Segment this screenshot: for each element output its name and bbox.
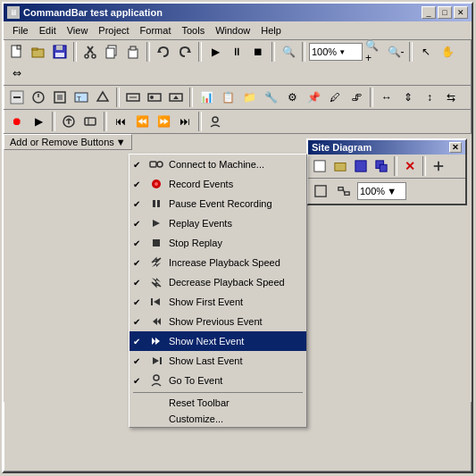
svg-marker-46 <box>152 263 161 267</box>
svg-rect-14 <box>130 46 136 50</box>
site-open-btn[interactable] <box>330 156 350 176</box>
tb2-btn1[interactable] <box>7 88 27 107</box>
menu-item-increase[interactable]: ✔ Increase Playback Speed <box>129 253 306 272</box>
undo-button[interactable] <box>154 42 173 62</box>
menu-item-first[interactable]: ✔ Show First Event <box>129 292 306 312</box>
menu-window[interactable]: Window <box>210 23 255 38</box>
save-button[interactable] <box>50 42 70 62</box>
site-panel-close[interactable]: ✕ <box>449 142 462 153</box>
site-props-btn[interactable] <box>429 156 448 176</box>
tb2-more7[interactable]: 🖊 <box>325 88 345 107</box>
tb2-more4[interactable]: 🔧 <box>261 88 280 107</box>
expand-button[interactable]: ⇔ <box>7 63 27 83</box>
zoom-value: 100% <box>312 46 337 57</box>
tb2-more6[interactable]: 📌 <box>304 88 323 107</box>
menu-item-goto[interactable]: ✔ Go To Event <box>129 371 306 390</box>
first-event-btn[interactable]: ⏮ <box>111 112 130 131</box>
tb2-more5[interactable]: ⚙ <box>282 88 302 107</box>
menu-item-decrease[interactable]: ✔ Decrease Playback Speed <box>129 272 306 292</box>
play-button[interactable]: ▶ <box>205 42 225 62</box>
menu-item-reset[interactable]: Reset Toolbar <box>129 395 306 411</box>
cut-button[interactable] <box>80 42 100 62</box>
tb2-type2[interactable]: ⇕ <box>398 88 418 107</box>
site-new-btn[interactable] <box>310 156 330 176</box>
menu-item-last[interactable]: ✔ Show Last Event <box>129 351 306 371</box>
svg-marker-43 <box>153 220 160 227</box>
site-zoom-dropdown[interactable]: 100% ▼ <box>357 182 406 200</box>
cursor-button[interactable]: ↖ <box>416 42 436 62</box>
tb2-btn4[interactable]: T <box>71 88 91 107</box>
icon-next <box>147 334 165 348</box>
tb2-more8[interactable]: 🖇 <box>347 88 366 107</box>
pause-button[interactable]: ⏸ <box>227 42 246 62</box>
menu-file[interactable]: File <box>7 23 34 38</box>
zoom-in-button[interactable]: 🔍+ <box>364 42 384 62</box>
check-previous: ✔ <box>133 317 147 327</box>
site-del-btn[interactable]: ✕ <box>400 156 420 176</box>
copy-button[interactable] <box>102 42 121 62</box>
tb2-btn8[interactable] <box>166 88 186 107</box>
menu-help[interactable]: Help <box>255 23 287 38</box>
last-event-btn[interactable]: ⏭ <box>175 112 195 131</box>
playback-ctrl1[interactable] <box>59 112 79 131</box>
menu-project[interactable]: Project <box>93 23 134 38</box>
tb2-btn3[interactable] <box>50 88 70 107</box>
tb2-more3[interactable]: 📁 <box>239 88 259 107</box>
tb2-type3[interactable]: ↕ <box>420 88 439 107</box>
maximize-button[interactable]: □ <box>438 6 452 19</box>
svg-rect-33 <box>85 118 96 125</box>
site-save-btn[interactable] <box>351 156 371 176</box>
tb2-btn5[interactable] <box>93 88 113 107</box>
menu-format[interactable]: Format <box>135 23 177 38</box>
stop-button[interactable]: ⏹ <box>248 42 268 62</box>
goto-btn[interactable] <box>205 112 225 131</box>
check-record: ✔ <box>133 180 147 189</box>
svg-marker-52 <box>152 338 160 345</box>
site-link-btn[interactable] <box>334 181 354 201</box>
menu-item-record[interactable]: ✔ Record Events <box>129 174 306 194</box>
minimize-button[interactable]: _ <box>422 6 436 19</box>
add-remove-button[interactable]: Add or Remove Buttons ▼ <box>4 134 132 150</box>
menu-item-replay[interactable]: ✔ Replay Events <box>129 213 306 233</box>
check-stop: ✔ <box>133 238 147 248</box>
tb2-more2[interactable]: 📋 <box>218 88 238 107</box>
tb2-btn2[interactable] <box>29 88 48 107</box>
toolbar-separator-3 <box>198 42 202 62</box>
tb2-type1[interactable]: ↔ <box>377 88 397 107</box>
menu-view[interactable]: View <box>62 23 94 38</box>
close-button[interactable]: ✕ <box>454 6 468 19</box>
redo-button[interactable] <box>175 42 195 62</box>
svg-rect-12 <box>106 48 114 58</box>
app-icon: 🖥 <box>7 6 20 19</box>
zoom-out-button[interactable]: 🔍- <box>386 42 405 62</box>
play-btn[interactable]: ▶ <box>29 112 48 131</box>
zoom-dropdown[interactable]: 100% ▼ <box>309 43 363 61</box>
tb2-btn7[interactable] <box>145 88 164 107</box>
playback-ctrl2[interactable] <box>80 112 100 131</box>
add-remove-arrow: ▼ <box>116 137 126 147</box>
site-saveas-btn[interactable] <box>372 156 391 176</box>
site-panel-content: 100% ▼ <box>308 179 465 204</box>
title-bar: 🖥 CommandBar test application _ □ ✕ <box>4 4 472 21</box>
menu-item-customize[interactable]: Customize... <box>129 411 306 427</box>
menu-item-next[interactable]: ✔ Show Next Event <box>129 331 306 351</box>
menu-item-connect[interactable]: ✔ Connect to Machine... <box>129 154 306 174</box>
new-button[interactable] <box>7 42 27 62</box>
menu-edit[interactable]: Edit <box>34 23 62 38</box>
site-node-btn[interactable] <box>311 181 330 201</box>
find-button[interactable]: 🔍 <box>279 42 298 62</box>
tb2-more1[interactable]: 📊 <box>196 88 216 107</box>
next-event-btn[interactable]: ⏩ <box>154 112 173 131</box>
menu-item-pause[interactable]: ✔ Pause Event Recording <box>129 194 306 213</box>
paste-button[interactable] <box>123 42 143 62</box>
menu-item-previous[interactable]: ✔ Show Previous Event <box>129 312 306 331</box>
menu-tools[interactable]: Tools <box>176 23 210 38</box>
svg-rect-42 <box>157 200 160 207</box>
record-btn[interactable]: ⏺ <box>7 112 27 131</box>
open-button[interactable] <box>29 42 48 62</box>
hand-button[interactable]: ✋ <box>438 42 457 62</box>
tb2-btn6[interactable] <box>123 88 143 107</box>
menu-item-stop[interactable]: ✔ Stop Replay <box>129 233 306 253</box>
prev-event-btn[interactable]: ⏪ <box>132 112 152 131</box>
tb2-type4[interactable]: ⇆ <box>441 88 461 107</box>
